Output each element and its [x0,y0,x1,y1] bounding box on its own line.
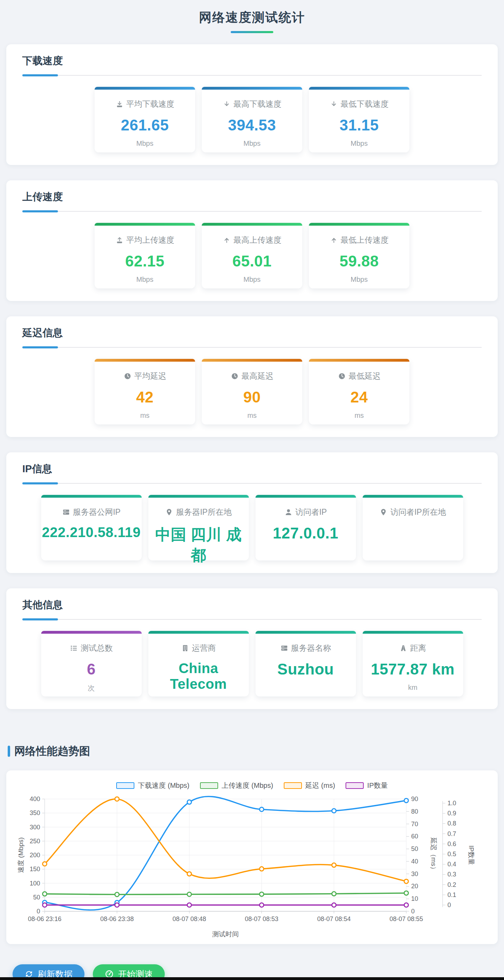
server-icon [62,508,70,516]
svg-text:0.7: 0.7 [447,830,456,837]
stat-label: 运营商 [148,643,249,654]
svg-text:0: 0 [37,908,40,915]
user-icon [284,508,292,516]
section-title-download: 下载速度 [22,54,482,68]
legend-swatch [116,782,134,789]
rule-line [22,211,482,212]
stat-label: 最低延迟 [309,371,410,382]
stat-label: 平均延迟 [94,371,195,382]
svg-text:60: 60 [411,833,418,840]
section-download: 下载速度平均下载速度261.65Mbps最高下载速度394.53Mbps最低下载… [6,44,498,165]
location-icon [165,508,173,516]
data-point [404,891,408,895]
rule-line [22,619,482,620]
card-accent-bar [363,495,463,498]
building-icon [181,644,189,652]
stat-card: 服务器IP所在地中国 四川 成都 [148,495,249,560]
card-accent-bar [148,631,249,634]
section-upload: 上传速度平均上传速度62.15Mbps最高上传速度65.01Mbps最低上传速度… [6,180,498,301]
stat-label-text: 服务器公网IP [73,507,121,517]
stat-unit: Mbps [202,140,302,148]
stat-card: 运营商China Telecom [148,631,249,697]
stat-value: 6 [41,660,142,678]
card-accent-bar [202,223,302,226]
stat-value: Suzhou [255,660,356,678]
stat-label: 访问者IP所在地 [363,507,463,517]
card-accent-bar [94,223,195,226]
data-point [187,800,191,804]
stat-card-row: 平均延迟42ms最高延迟90ms最低延迟24ms [22,359,482,425]
svg-text:0.9: 0.9 [447,810,456,817]
svg-text:350: 350 [30,810,40,816]
svg-text:90: 90 [411,795,418,802]
stat-card-row: 平均下载速度261.65Mbps最高下载速度394.53Mbps最低下载速度31… [22,87,482,153]
card-accent-bar [41,631,142,634]
clock-icon [231,372,239,380]
svg-text:50: 50 [33,894,40,901]
stat-card: 平均上传速度62.15Mbps [94,223,195,288]
upload-tray-icon [115,236,124,244]
svg-text:0: 0 [411,908,415,915]
stat-card: 访问者IP127.0.0.1 [255,495,356,560]
stat-value: 127.0.0.1 [255,525,356,542]
stat-label: 距离 [363,643,463,654]
svg-text:250: 250 [30,838,40,845]
road-icon [399,644,407,652]
svg-text:300: 300 [30,824,40,831]
legend-item[interactable]: 上传速度 (Mbps) [200,781,273,790]
stat-unit: Mbps [309,275,410,283]
stat-card: 服务器名称Suzhou [255,631,356,697]
section-rule [22,618,482,620]
stat-label-text: 平均上传速度 [126,235,174,245]
chart-section-title: 网络性能趋势图 [14,744,90,759]
arrow-down-icon [330,100,338,108]
stat-value: 222.210.58.119 [41,525,142,540]
svg-text:70: 70 [411,821,418,827]
stat-card-row: 平均上传速度62.15Mbps最高上传速度65.01Mbps最低上传速度59.8… [22,223,482,288]
stat-card-row: 测试总数6次运营商China Telecom服务器名称Suzhou距离1577.… [22,631,482,697]
svg-text:0.1: 0.1 [447,891,456,898]
data-point [260,807,264,811]
rule-accent [22,74,58,76]
data-point [43,892,47,896]
stat-label: 服务器名称 [255,643,356,654]
stat-value: 24 [309,388,410,406]
svg-text:200: 200 [30,852,40,859]
x-tick-label: 08-07 08:48 [172,915,206,923]
legend-item[interactable]: 下载速度 (Mbps) [116,781,190,790]
stat-label: 最高下载速度 [202,99,302,110]
stat-unit: ms [202,412,302,420]
legend-item[interactable]: 延迟 (ms) [284,781,335,790]
stat-label: 测试总数 [41,643,142,654]
stat-unit: Mbps [202,275,302,283]
stat-label-text: 最高延迟 [241,371,274,382]
stat-label: 最低上传速度 [309,235,410,245]
heading-accent-bar [8,746,10,757]
card-accent-bar [255,631,356,634]
legend-item[interactable]: IP数量 [346,781,388,790]
section-title-other: 其他信息 [22,598,482,612]
svg-text:150: 150 [30,865,40,873]
x-axis-name: 测试时间 [212,931,239,938]
arrow-up-icon [330,236,338,244]
section-ip: IP信息服务器公网IP222.210.58.119服务器IP所在地中国 四川 成… [6,452,498,573]
card-accent-bar [309,87,410,90]
legend-swatch [200,782,218,789]
trend-chart[interactable]: 05010015020025030035040008-06 23:1608-06… [13,794,491,939]
stat-unit: Mbps [94,275,195,283]
data-point [332,892,336,896]
data-point [43,862,47,866]
stat-card-row: 服务器公网IP222.210.58.119服务器IP所在地中国 四川 成都访问者… [22,495,482,560]
rule-line [22,75,482,76]
stat-unit: Mbps [309,140,410,148]
svg-text:0.6: 0.6 [447,840,456,848]
stat-value: 65.01 [202,253,302,270]
x-tick-label: 08-07 08:55 [389,915,423,923]
stat-value: 1577.87 km [363,660,463,678]
svg-text:0.2: 0.2 [447,881,456,888]
legend-label: IP数量 [367,781,388,790]
stat-value: 31.15 [309,116,410,134]
svg-text:0.3: 0.3 [447,871,456,878]
stat-value: 394.53 [202,116,302,134]
section-rule [22,346,482,348]
